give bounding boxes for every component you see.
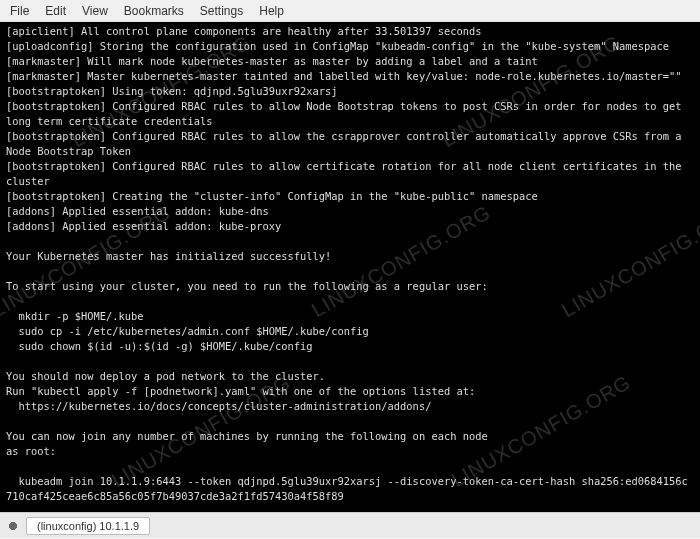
task-item-terminal[interactable]: (linuxconfig) 10.1.1.9 bbox=[26, 517, 150, 535]
menu-settings[interactable]: Settings bbox=[200, 4, 243, 18]
menu-view[interactable]: View bbox=[82, 4, 108, 18]
launcher-icon[interactable] bbox=[6, 519, 20, 533]
menu-bookmarks[interactable]: Bookmarks bbox=[124, 4, 184, 18]
taskbar: (linuxconfig) 10.1.1.9 bbox=[0, 512, 700, 538]
menu-help[interactable]: Help bbox=[259, 4, 284, 18]
terminal-output[interactable]: [apiclient] All control plane components… bbox=[0, 22, 700, 512]
menu-edit[interactable]: Edit bbox=[45, 4, 66, 18]
menubar: File Edit View Bookmarks Settings Help bbox=[0, 0, 700, 22]
menu-file[interactable]: File bbox=[10, 4, 29, 18]
